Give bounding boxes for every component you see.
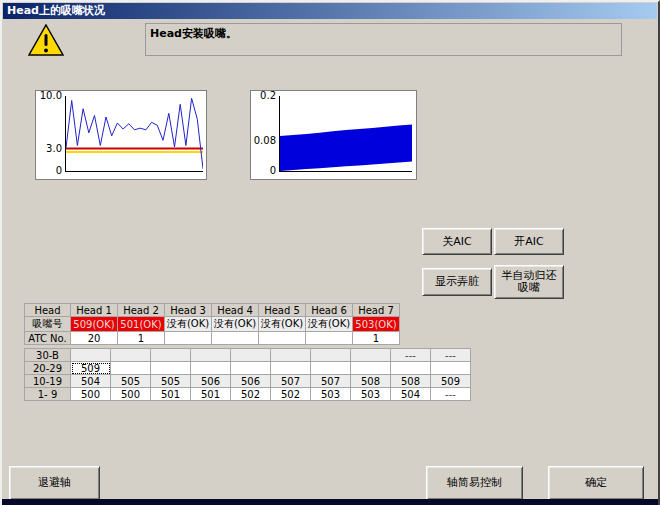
atc-station-cell[interactable]: 507 xyxy=(271,375,311,388)
atc-station-cell[interactable] xyxy=(391,362,431,375)
head-column-header: Head 7 xyxy=(353,304,400,317)
atc-station-cell[interactable] xyxy=(151,349,191,362)
atc-station-cell[interactable]: 500 xyxy=(111,388,151,401)
head-status-cell: 没有(OK) xyxy=(212,317,259,332)
atc-station-cell[interactable] xyxy=(351,349,391,362)
atc-station-cell[interactable]: --- xyxy=(431,349,471,362)
atc-station-cell[interactable] xyxy=(71,349,111,362)
atc-station-cell[interactable] xyxy=(351,362,391,375)
head-nozzle-table: HeadHead 1Head 2Head 3Head 4Head 5Head 6… xyxy=(24,303,400,345)
atc-station-cell[interactable]: --- xyxy=(431,388,471,401)
aic-off-button[interactable]: 关AIC xyxy=(422,228,492,255)
y-axis-tick-label: 0 xyxy=(251,165,276,176)
head-column-header: Head xyxy=(25,304,71,317)
atc-station-cell[interactable]: 509 xyxy=(71,362,111,375)
atc-station-cell[interactable]: 509 xyxy=(431,375,471,388)
atc-station-cell[interactable]: 503 xyxy=(351,388,391,401)
flow-band-chart: 0.20.080 xyxy=(250,90,417,180)
atc-station-cell[interactable]: 501 xyxy=(191,388,231,401)
message-box: Head安装吸嘴。 xyxy=(145,23,622,56)
atc-station-cell[interactable]: 503 xyxy=(311,388,351,401)
message-text: Head安装吸嘴。 xyxy=(150,27,237,40)
aic-on-button[interactable]: 开AIC xyxy=(494,228,564,255)
head-column-header: Head 2 xyxy=(118,304,165,317)
head-status-cell xyxy=(212,332,259,345)
atc-station-cell[interactable]: --- xyxy=(391,349,431,362)
atc-range-label: 30-B xyxy=(25,349,71,362)
head-status-cell: 1 xyxy=(353,332,400,345)
head-status-cell: 503(OK) xyxy=(353,317,400,332)
atc-station-cell[interactable]: 506 xyxy=(191,375,231,388)
y-axis-tick-label: 3.0 xyxy=(36,143,62,154)
atc-station-cell[interactable]: 500 xyxy=(71,388,111,401)
atc-station-cell[interactable] xyxy=(111,362,151,375)
atc-station-cell[interactable] xyxy=(111,349,151,362)
head-status-cell: 没有(OK) xyxy=(165,317,212,332)
y-axis-tick-label: 0.08 xyxy=(251,135,276,146)
head-status-cell: 509(OK) xyxy=(71,317,118,332)
atc-station-cell[interactable]: 505 xyxy=(111,375,151,388)
head-status-cell: 501(OK) xyxy=(118,317,165,332)
atc-station-cell[interactable] xyxy=(431,362,471,375)
chart-plot-area xyxy=(279,96,412,172)
head-column-header: Head 6 xyxy=(306,304,353,317)
atc-station-cell[interactable]: 504 xyxy=(71,375,111,388)
row-label: ATC No. xyxy=(25,332,71,345)
axis-simple-control-button[interactable]: 轴简易控制 xyxy=(426,466,523,500)
atc-station-cell[interactable]: 501 xyxy=(151,388,191,401)
head-status-cell: 20 xyxy=(71,332,118,345)
head-column-header: Head 1 xyxy=(71,304,118,317)
titlebar[interactable]: Head上的吸嘴状况 xyxy=(3,3,657,19)
head-status-cell: 没有(OK) xyxy=(259,317,306,332)
y-axis-tick-label: 10.0 xyxy=(36,90,62,101)
warning-icon xyxy=(28,24,64,56)
atc-station-cell[interactable] xyxy=(231,349,271,362)
atc-station-cell[interactable] xyxy=(271,349,311,362)
vacuum-line-chart: 10.03.00 xyxy=(35,90,207,180)
head-status-cell: 没有(OK) xyxy=(306,317,353,332)
atc-station-cell[interactable]: 508 xyxy=(391,375,431,388)
atc-station-cell[interactable] xyxy=(271,362,311,375)
show-dirt-button[interactable]: 显示弄脏 xyxy=(422,268,492,296)
head-status-cell xyxy=(165,332,212,345)
window-bottom-edge xyxy=(2,499,658,505)
atc-station-cell[interactable]: 508 xyxy=(351,375,391,388)
atc-station-cell[interactable]: 504 xyxy=(391,388,431,401)
atc-station-cell[interactable] xyxy=(311,349,351,362)
head-column-header: Head 5 xyxy=(259,304,306,317)
chart-plot-area xyxy=(65,96,203,172)
atc-station-cell[interactable] xyxy=(311,362,351,375)
head-column-header: Head 3 xyxy=(165,304,212,317)
head-status-cell xyxy=(306,332,353,345)
atc-station-cell[interactable]: 502 xyxy=(231,388,271,401)
atc-station-table: 30-B------20-2950910-1950450550550650650… xyxy=(24,348,471,401)
atc-range-label: 10-19 xyxy=(25,375,71,388)
atc-station-cell[interactable]: 505 xyxy=(151,375,191,388)
y-axis-tick-label: 0.2 xyxy=(251,90,276,101)
atc-station-cell[interactable] xyxy=(191,349,231,362)
ok-button[interactable]: 确定 xyxy=(548,466,644,500)
head-status-cell xyxy=(259,332,306,345)
atc-station-cell[interactable] xyxy=(231,362,271,375)
retract-axis-button[interactable]: 退避轴 xyxy=(9,466,100,500)
y-axis-tick-label: 0 xyxy=(36,165,62,176)
head-column-header: Head 4 xyxy=(212,304,259,317)
window-title: Head上的吸嘴状况 xyxy=(7,4,105,17)
atc-range-label: 20-29 xyxy=(25,362,71,375)
atc-station-cell[interactable]: 502 xyxy=(271,388,311,401)
atc-station-cell[interactable] xyxy=(151,362,191,375)
atc-station-cell[interactable]: 507 xyxy=(311,375,351,388)
row-label: 吸嘴号 xyxy=(25,317,71,332)
dialog-window: Head上的吸嘴状况 Head安装吸嘴。 10.03.00 0.20.080 关… xyxy=(0,0,660,505)
atc-station-cell[interactable] xyxy=(191,362,231,375)
atc-range-label: 1- 9 xyxy=(25,388,71,401)
atc-station-cell[interactable]: 506 xyxy=(231,375,271,388)
semi-auto-return-nozzle-button[interactable]: 半自动归还吸嘴 xyxy=(494,265,564,299)
head-status-cell: 1 xyxy=(118,332,165,345)
